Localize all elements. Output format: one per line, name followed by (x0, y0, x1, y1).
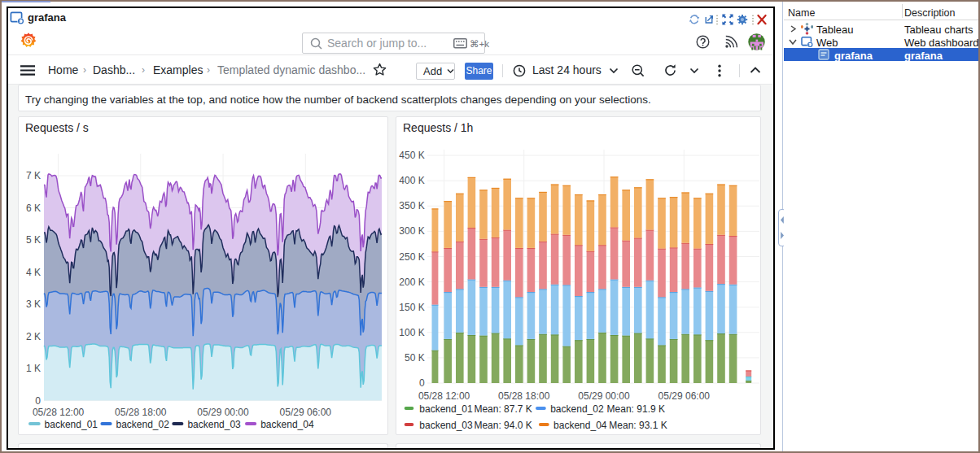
svg-text:150 K: 150 K (399, 302, 424, 313)
svg-text:0: 0 (419, 377, 425, 389)
svg-text:05/28 12:00: 05/28 12:00 (33, 407, 85, 418)
svg-text:backend_04: backend_04 (553, 420, 607, 431)
svg-text:5 K: 5 K (26, 234, 41, 246)
svg-text:backend_02: backend_02 (116, 419, 170, 430)
svg-text:0: 0 (35, 395, 41, 407)
svg-text:2 K: 2 K (26, 331, 41, 342)
svg-text:backend_02: backend_02 (550, 403, 604, 415)
svg-text:Requests / 1h: Requests / 1h (403, 121, 473, 134)
svg-text:Mean: 91.9 K: Mean: 91.9 K (607, 403, 665, 415)
svg-text:300 K: 300 K (399, 225, 424, 237)
svg-text:05/29 00:00: 05/29 00:00 (578, 390, 630, 402)
svg-text:100 K: 100 K (399, 327, 424, 338)
svg-text:05/28 18:00: 05/28 18:00 (115, 407, 167, 418)
svg-text:1 K: 1 K (26, 363, 41, 374)
svg-text:450 K: 450 K (399, 150, 424, 161)
svg-text:05/28 12:00: 05/28 12:00 (418, 390, 470, 402)
svg-text:400 K: 400 K (399, 175, 424, 186)
svg-text:backend_01: backend_01 (45, 419, 98, 430)
svg-text:backend_03: backend_03 (187, 419, 241, 430)
svg-text:350 K: 350 K (399, 200, 424, 211)
svg-text:3 K: 3 K (26, 298, 41, 310)
svg-text:05/29 06:00: 05/29 06:00 (280, 407, 332, 418)
svg-text:05/29 00:00: 05/29 00:00 (197, 407, 249, 418)
svg-text:Mean: 87.7 K: Mean: 87.7 K (474, 403, 532, 415)
svg-text:05/29 06:00: 05/29 06:00 (658, 390, 711, 402)
svg-text:05/28 18:00: 05/28 18:00 (498, 390, 550, 402)
svg-text:Requests / s: Requests / s (25, 121, 89, 134)
svg-text:backend_04: backend_04 (260, 419, 314, 430)
svg-text:backend_01: backend_01 (419, 403, 473, 415)
svg-text:6 K: 6 K (26, 203, 41, 214)
svg-text:4 K: 4 K (26, 267, 41, 278)
svg-text:7 K: 7 K (26, 170, 41, 181)
svg-text:250 K: 250 K (399, 251, 424, 263)
svg-text:200 K: 200 K (399, 277, 424, 288)
svg-text:50 K: 50 K (405, 352, 425, 364)
svg-text:Mean: 93.1 K: Mean: 93.1 K (609, 420, 667, 431)
svg-text:Mean: 94.0 K: Mean: 94.0 K (474, 420, 532, 431)
svg-text:backend_03: backend_03 (419, 420, 473, 431)
